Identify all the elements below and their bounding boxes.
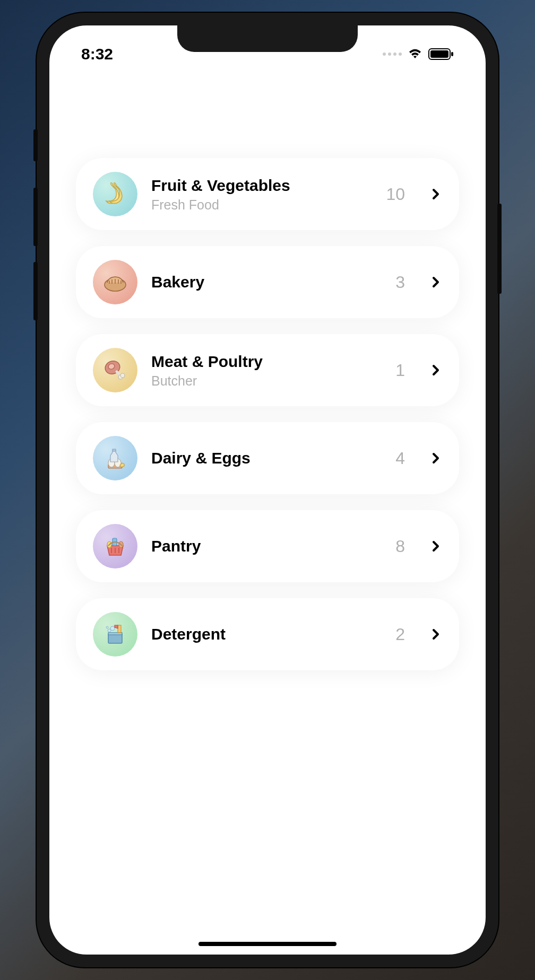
card-text: Fruit & Vegetables Fresh Food — [151, 176, 372, 213]
status-time: 8:32 — [81, 45, 113, 63]
battery-icon — [428, 48, 454, 60]
svg-rect-17 — [113, 449, 116, 451]
device-frame: 8:32 — [37, 13, 498, 967]
card-title: Fruit & Vegetables — [151, 176, 372, 195]
chevron-right-icon — [429, 276, 442, 288]
device-button — [33, 262, 38, 320]
chevron-right-icon — [429, 628, 442, 641]
category-card-bakery[interactable]: Bakery 3 — [76, 246, 459, 318]
card-title: Meat & Poultry — [151, 352, 382, 371]
device-button — [33, 129, 38, 161]
device-button — [497, 204, 502, 294]
card-text: Meat & Poultry Butcher — [151, 352, 382, 389]
banana-icon — [93, 172, 137, 216]
card-text: Dairy & Eggs — [151, 449, 382, 468]
home-indicator[interactable] — [199, 942, 336, 946]
screen: 8:32 — [49, 25, 486, 955]
category-card-detergent[interactable]: Detergent 2 — [76, 598, 459, 670]
chevron-right-icon — [429, 540, 442, 553]
svg-rect-1 — [430, 50, 448, 58]
svg-rect-24 — [108, 634, 122, 643]
card-count: 8 — [395, 537, 405, 556]
card-text: Bakery — [151, 273, 382, 292]
card-count: 1 — [395, 361, 405, 380]
bread-icon — [93, 260, 137, 304]
card-count: 4 — [395, 449, 405, 468]
cellular-dots-icon — [383, 52, 402, 56]
basket-icon — [93, 524, 137, 568]
device-notch — [177, 25, 358, 52]
card-title: Pantry — [151, 537, 382, 556]
dairy-icon — [93, 436, 137, 480]
category-list: Fruit & Vegetables Fresh Food 10 — [49, 68, 486, 670]
svg-rect-2 — [451, 52, 453, 56]
card-title: Bakery — [151, 273, 382, 292]
status-icons — [383, 48, 454, 60]
category-card-fruit-vegetables[interactable]: Fruit & Vegetables Fresh Food 10 — [76, 158, 459, 230]
card-subtitle: Butcher — [151, 373, 382, 389]
svg-point-28 — [106, 626, 108, 628]
chevron-right-icon — [429, 364, 442, 377]
category-card-meat-poultry[interactable]: Meat & Poultry Butcher 1 — [76, 334, 459, 406]
card-title: Detergent — [151, 625, 382, 644]
svg-point-27 — [110, 626, 115, 631]
chevron-right-icon — [429, 188, 442, 200]
card-title: Dairy & Eggs — [151, 449, 382, 468]
svg-rect-29 — [118, 625, 121, 633]
card-count: 2 — [395, 625, 405, 644]
card-text: Pantry — [151, 537, 382, 556]
card-text: Detergent — [151, 625, 382, 644]
cleaning-icon — [93, 612, 137, 657]
chevron-right-icon — [429, 452, 442, 465]
card-count: 3 — [395, 273, 405, 292]
device-button — [33, 188, 38, 246]
card-subtitle: Fresh Food — [151, 197, 372, 213]
wifi-icon — [407, 48, 423, 60]
category-card-dairy-eggs[interactable]: Dairy & Eggs 4 — [76, 422, 459, 494]
card-count: 10 — [386, 185, 405, 204]
meat-icon — [93, 348, 137, 392]
category-card-pantry[interactable]: Pantry 8 — [76, 510, 459, 582]
svg-point-13 — [120, 373, 125, 378]
